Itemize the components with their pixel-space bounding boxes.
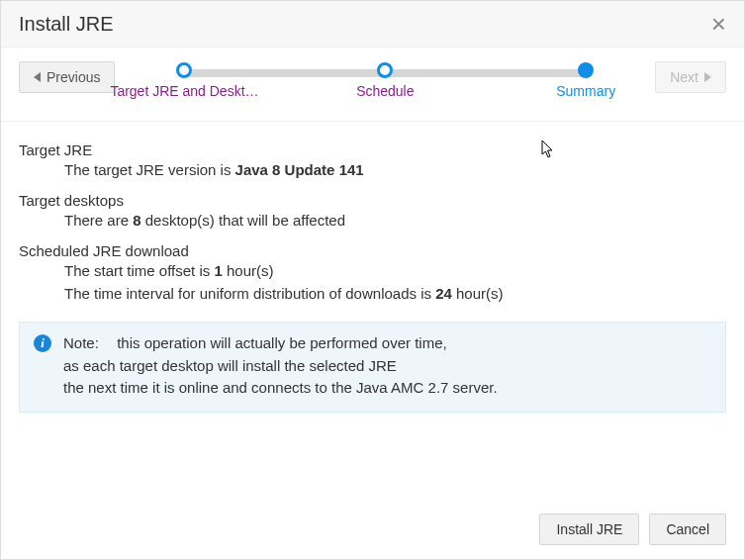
- text: The target JRE version is: [64, 161, 235, 178]
- previous-button-label: Previous: [47, 69, 100, 85]
- step-dot-icon: [578, 62, 594, 78]
- wizard-bar: Previous Target JRE and Deskt… Schedule …: [1, 47, 744, 122]
- dialog-footer: Install JRE Cancel: [1, 502, 744, 559]
- next-button-label: Next: [670, 69, 698, 85]
- target-desktops-heading: Target desktops: [19, 192, 726, 209]
- target-desktops-count: 8: [133, 212, 140, 229]
- scheduled-interval-value: 24: [435, 285, 452, 302]
- chevron-left-icon: [34, 72, 41, 82]
- text: The start time offset is: [64, 262, 214, 279]
- scheduled-start-line: The start time offset is 1 hour(s): [19, 259, 726, 282]
- step-summary[interactable]: Summary: [507, 61, 665, 99]
- target-jre-value: Java 8 Update 141: [235, 161, 364, 178]
- summary-content: Target JRE The target JRE version is Jav…: [1, 122, 744, 502]
- note-label: Note:: [63, 332, 113, 355]
- previous-button[interactable]: Previous: [19, 61, 115, 93]
- text: There are: [64, 212, 133, 229]
- cancel-button[interactable]: Cancel: [649, 513, 726, 545]
- step-label: Target JRE and Deskt…: [105, 83, 263, 99]
- note-line: the next time it is online and connects …: [63, 377, 498, 400]
- next-button: Next: [655, 61, 726, 93]
- chevron-right-icon: [704, 72, 711, 82]
- step-label: Schedule: [306, 83, 464, 99]
- info-icon: i: [34, 334, 51, 352]
- scheduled-interval-line: The time interval for uniform distributi…: [19, 282, 726, 312]
- scheduled-start-value: 1: [214, 262, 222, 279]
- text: hour(s): [452, 285, 504, 302]
- dialog-title: Install JRE: [19, 13, 114, 36]
- target-jre-heading: Target JRE: [19, 141, 726, 158]
- text: The time interval for uniform distributi…: [64, 285, 435, 302]
- wizard-steps: Target JRE and Deskt… Schedule Summary: [135, 61, 635, 107]
- text: hour(s): [223, 262, 274, 279]
- install-jre-button[interactable]: Install JRE: [539, 513, 639, 545]
- step-dot-icon: [176, 62, 192, 78]
- dialog-header: Install JRE ×: [1, 1, 744, 47]
- text: desktop(s) that will be affected: [141, 212, 346, 229]
- scheduled-download-heading: Scheduled JRE download: [19, 242, 726, 259]
- target-desktops-line: There are 8 desktop(s) that will be affe…: [19, 209, 726, 238]
- step-label: Summary: [507, 83, 665, 99]
- note-body: Note: this operation will actually be pe…: [63, 332, 498, 400]
- step-target-jre[interactable]: Target JRE and Deskt…: [105, 61, 263, 99]
- step-dot-icon: [377, 62, 393, 78]
- step-schedule[interactable]: Schedule: [306, 61, 464, 99]
- note-line: as each target desktop will install the …: [63, 355, 498, 378]
- note-line: this operation will actually be performe…: [117, 334, 447, 351]
- note-box: i Note: this operation will actually be …: [19, 322, 726, 413]
- close-icon[interactable]: ×: [711, 11, 726, 37]
- target-jre-line: The target JRE version is Java 8 Update …: [19, 158, 726, 188]
